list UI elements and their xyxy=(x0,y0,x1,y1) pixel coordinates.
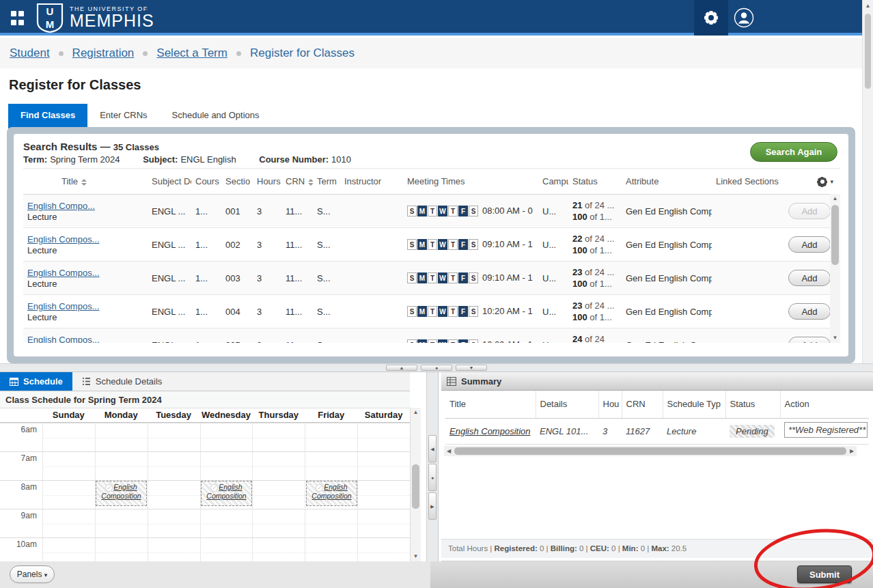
calendar-row: 9am xyxy=(0,509,410,537)
col-crn: CRN xyxy=(622,391,663,418)
day-box-5: F xyxy=(458,272,468,283)
caret-down-icon: ▾ xyxy=(44,572,48,578)
col-settings[interactable]: ▾ xyxy=(779,169,840,195)
calendar-scrollbar[interactable]: ▲ ▼ xyxy=(410,408,421,561)
collapse-left-button[interactable]: ◀ xyxy=(428,435,436,462)
scroll-down-icon[interactable]: ▼ xyxy=(411,552,421,561)
day-box-3: W xyxy=(438,306,447,317)
table-settings-gear-icon[interactable] xyxy=(816,176,829,188)
submit-button[interactable]: Submit xyxy=(797,565,852,583)
col-title[interactable]: Title xyxy=(23,169,148,195)
calendar-event-wednesday[interactable]: ✓English Composition xyxy=(201,481,252,506)
day-box-1: M xyxy=(417,239,427,250)
scroll-right-icon[interactable]: ▶ xyxy=(847,446,857,456)
search-again-button[interactable]: Search Again xyxy=(750,142,837,162)
day-selector: SMTWTFS xyxy=(407,272,479,283)
table-row: English Compos...Lecture ENGL ... 1... 0… xyxy=(23,328,840,344)
col-term[interactable]: Term xyxy=(313,169,340,195)
scrollbar-thumb[interactable] xyxy=(412,464,419,509)
day-box-6: S xyxy=(469,339,478,343)
tab-find-classes[interactable]: Find Classes xyxy=(8,104,87,128)
sort-icon[interactable] xyxy=(81,179,87,186)
summary-course-link[interactable]: English Composition xyxy=(449,426,531,436)
scrollbar-thumb[interactable] xyxy=(865,14,871,89)
sort-icon xyxy=(308,179,313,186)
add-button[interactable]: Add xyxy=(788,236,831,253)
add-button[interactable]: Add xyxy=(788,270,831,286)
add-button[interactable]: Add xyxy=(788,303,831,320)
breadcrumb-separator xyxy=(236,51,241,56)
collapse-up-button[interactable]: ▲ xyxy=(386,365,417,371)
summary-h-scrollbar[interactable]: ◀ ▶ xyxy=(444,446,857,456)
col-section[interactable]: Sectio xyxy=(221,169,253,195)
settings-menu-button[interactable] xyxy=(694,0,728,36)
calendar-event-monday[interactable]: ✓English Composition xyxy=(96,481,147,506)
check-icon: ✓ xyxy=(316,484,323,492)
meeting-times-cell: SMTWTFS10:20 AM - 1 xyxy=(403,295,538,328)
day-box-3: W xyxy=(438,239,447,250)
panels-button[interactable]: Panels ▾ xyxy=(10,565,55,583)
scroll-up-icon[interactable]: ▲ xyxy=(830,194,840,204)
col-campus[interactable]: Campu xyxy=(538,169,568,195)
table-row: English Compos...Lecture ENGL ... 1... 0… xyxy=(23,295,840,328)
summary-panel: Summary Title Details Hou CRN Schedule T… xyxy=(441,372,873,561)
tab-schedule-details[interactable]: Schedule Details xyxy=(72,372,172,391)
summary-row: English Composition ENGL 101... 3 11627 … xyxy=(445,418,869,444)
breadcrumb-student[interactable]: Student xyxy=(10,46,50,60)
col-subject[interactable]: Subject De xyxy=(148,169,191,195)
scroll-down-icon[interactable]: ▼ xyxy=(830,333,840,343)
day-box-2: T xyxy=(428,339,437,343)
table-row: English Compos...Lecture ENGL ... 1... 0… xyxy=(23,262,840,295)
col-hours[interactable]: Hours xyxy=(253,169,281,195)
results-header-row: Title Subject De Cours Sectio Hours CRN … xyxy=(23,169,840,195)
page-scrollbar[interactable]: ▲ xyxy=(862,0,873,363)
col-crn[interactable]: CRN xyxy=(281,169,313,195)
course-title-link[interactable]: English Compos... xyxy=(27,268,100,278)
list-icon xyxy=(82,377,91,386)
col-course[interactable]: Cours xyxy=(191,169,221,195)
col-instructor[interactable]: Instructor xyxy=(340,169,403,195)
horizontal-splitter[interactable]: ▲ ● ▼ xyxy=(0,363,873,372)
day-box-2: T xyxy=(428,206,437,216)
summary-header-row: Title Details Hou CRN Schedule Typ Statu… xyxy=(445,391,869,418)
calendar-event-friday[interactable]: ✓English Composition xyxy=(306,481,357,506)
results-table: Title Subject De Cours Sectio Hours CRN … xyxy=(23,168,840,343)
course-title-link[interactable]: English Compos... xyxy=(27,301,100,311)
day-selector: SMTWTFS xyxy=(407,306,479,316)
vertical-splitter[interactable]: ◀ ● ▶ xyxy=(426,372,439,561)
user-profile-button[interactable] xyxy=(734,8,754,28)
action-select[interactable]: **Web Registered** xyxy=(784,422,868,438)
course-title-link[interactable]: English Compo... xyxy=(27,201,95,211)
scroll-up-icon[interactable]: ▲ xyxy=(411,408,421,417)
scroll-up-icon[interactable]: ▲ xyxy=(863,1,873,11)
breadcrumb-select-term[interactable]: Select a Term xyxy=(156,46,227,60)
add-button[interactable]: Add xyxy=(788,337,831,343)
check-icon: ✓ xyxy=(210,484,218,492)
table-icon xyxy=(447,377,456,386)
scrollbar-thumb[interactable] xyxy=(831,205,839,265)
day-box-0: S xyxy=(407,239,417,250)
scrollbar-thumb[interactable] xyxy=(454,447,846,455)
scroll-left-icon[interactable]: ◀ xyxy=(444,446,454,456)
table-scrollbar[interactable]: ▲ ▼ xyxy=(830,194,840,343)
day-box-0: S xyxy=(407,206,417,216)
schedule-panel: Schedule Schedule Details Class Schedule… xyxy=(0,372,410,561)
breadcrumb-registration[interactable]: Registration xyxy=(72,46,135,60)
collapse-right-button[interactable]: ▶ xyxy=(428,492,436,520)
footer-bar-right: Submit xyxy=(430,561,873,588)
breadcrumb: Student Registration Select a Term Regis… xyxy=(0,38,862,68)
course-title-link[interactable]: English Compos... xyxy=(27,335,100,344)
table-row: English Compos...Lecture ENGL ... 1... 0… xyxy=(23,228,840,262)
day-selector: SMTWTFS xyxy=(407,239,479,249)
tab-enter-crns[interactable]: Enter CRNs xyxy=(87,104,159,128)
course-title-link[interactable]: English Compos... xyxy=(27,234,100,244)
top-navbar: U M THE UNIVERSITY OF MEMPHIS xyxy=(0,0,862,36)
tab-schedule-options[interactable]: Schedule and Options xyxy=(160,104,272,128)
splitter-handle[interactable]: ● xyxy=(421,365,452,371)
tab-schedule[interactable]: Schedule xyxy=(0,372,72,391)
meeting-times-cell: SMTWTFS10:20 AM - 1 xyxy=(403,328,538,344)
apps-grid-icon[interactable] xyxy=(11,11,26,26)
add-button[interactable]: Add xyxy=(788,203,831,219)
splitter-handle[interactable]: ● xyxy=(428,464,436,491)
collapse-down-button[interactable]: ▼ xyxy=(456,365,487,371)
